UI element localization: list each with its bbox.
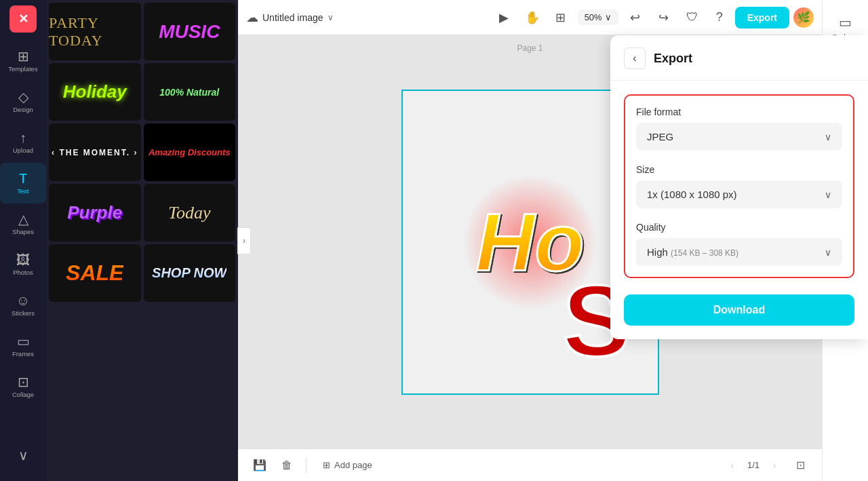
shapes-label: Shapes	[12, 228, 34, 235]
export-header: ‹ Export	[610, 35, 868, 81]
file-format-section: File format JPEG ∨	[636, 107, 842, 151]
sidebar-item-shapes[interactable]: △ Shapes	[0, 204, 46, 244]
collage-label: Collage	[12, 391, 34, 398]
background-icon: ▭	[839, 14, 852, 31]
quality-chevron-icon: ∨	[825, 247, 831, 258]
zoom-value: 50%	[585, 12, 602, 22]
sidebar-item-collage[interactable]: ⊡ Collage	[0, 366, 46, 407]
select-tool-btn[interactable]: ▶	[492, 6, 515, 29]
panel-text-label: Today	[168, 203, 211, 223]
shield-btn[interactable]: 🛡	[681, 6, 704, 29]
layout-btn[interactable]: ⊞	[549, 6, 572, 29]
next-page-btn[interactable]: ›	[765, 456, 784, 475]
panel-text-item[interactable]: MUSIC	[144, 3, 236, 60]
expand-btn[interactable]: ⊡	[789, 455, 811, 476]
delete-btn[interactable]: 🗑	[276, 455, 298, 476]
upload-icon: ↑	[20, 131, 26, 145]
undo-btn[interactable]: ↩	[624, 6, 647, 29]
size-select[interactable]: 1x (1080 x 1080 px) ∨	[636, 180, 842, 208]
file-format-select[interactable]: JPEG ∨	[636, 123, 842, 151]
sidebar-item-stickers[interactable]: ☺ Stickers	[0, 285, 46, 326]
page-nav: ‹ 1/1 ›	[723, 456, 784, 475]
sidebar-item-photos[interactable]: 🖼 Photos	[0, 244, 46, 285]
panel-text-label: PARTY TODAY	[49, 14, 141, 50]
size-label: Size	[636, 164, 842, 175]
app-logo[interactable]: ✕	[9, 5, 37, 33]
file-format-label: File format	[636, 107, 842, 117]
text-label: Text	[17, 187, 28, 195]
panel-text-label: Purple	[67, 202, 122, 223]
templates-label: Templates	[8, 65, 37, 73]
sidebar-item-frames[interactable]: ▭ Frames	[0, 326, 46, 366]
more-icon: ∨	[18, 448, 28, 462]
panel-text-label: SHOP NOW	[152, 265, 226, 281]
cloud-icon: ☁	[246, 10, 258, 25]
zoom-control[interactable]: 50% ∨	[578, 9, 618, 25]
help-btn[interactable]: ?	[708, 6, 731, 29]
quality-hint: (154 KB – 308 KB)	[671, 248, 738, 258]
photos-icon: 🖼	[16, 253, 30, 267]
quality-select[interactable]: High (154 KB – 308 KB) ∨	[636, 238, 842, 266]
stickers-icon: ☺	[16, 294, 30, 307]
page-label: Page 1	[517, 43, 542, 53]
add-page-icon: ⊞	[323, 460, 330, 470]
panel-text-label: Amazing Discounts	[149, 147, 231, 157]
file-chevron-icon[interactable]: ∨	[328, 13, 334, 22]
text-icon: T	[19, 172, 27, 185]
panel-text-item[interactable]: Amazing Discounts	[144, 123, 236, 181]
redo-btn[interactable]: ↪	[652, 6, 675, 29]
avatar: 🌿	[793, 7, 814, 28]
sidebar-item-templates[interactable]: ⊞ Templates	[0, 41, 46, 81]
prev-page-btn[interactable]: ‹	[723, 456, 742, 475]
quality-section: Quality High (154 KB – 308 KB) ∨	[636, 222, 842, 266]
size-section: Size 1x (1080 x 1080 px) ∨	[636, 164, 842, 208]
export-back-btn[interactable]: ‹	[624, 47, 646, 69]
size-chevron-icon: ∨	[825, 189, 831, 200]
hand-tool-btn[interactable]: ✋	[521, 6, 544, 29]
text-panel: PARTY TODAYMUSICHoliday100% Natural‹ THE…	[46, 0, 238, 481]
frames-label: Frames	[12, 350, 34, 358]
file-info: ☁ Untitled image ∨	[246, 10, 334, 25]
export-body: File format JPEG ∨ Size 1x (1080 x 1080 …	[610, 81, 868, 339]
file-name: Untitled image	[262, 12, 323, 23]
sidebar-item-upload[interactable]: ↑ Upload	[0, 122, 46, 163]
sidebar-item-design[interactable]: ◇ Design	[0, 81, 46, 122]
panel-text-label: Holiday	[63, 81, 127, 102]
file-format-value: JPEG	[647, 131, 673, 142]
panel-text-label: SALE	[66, 261, 123, 286]
stickers-label: Stickers	[12, 309, 35, 317]
panel-text-item[interactable]: SALE	[49, 244, 141, 302]
sidebar-bottom: ∨	[0, 435, 46, 476]
panel-text-label: ‹ THE MOMENT. ›	[52, 148, 138, 157]
panel-collapse-btn[interactable]: ›	[237, 227, 251, 254]
panel-text-item[interactable]: Purple	[49, 184, 141, 242]
sidebar-item-text[interactable]: T Text	[0, 163, 46, 204]
panel-text-item[interactable]: Holiday	[49, 63, 141, 121]
panel-text-item[interactable]: ‹ THE MOMENT. ›	[49, 123, 141, 181]
panel-text-item[interactable]: Today	[144, 184, 236, 242]
sidebar: ✕ ⊞ Templates ◇ Design ↑ Upload T Text △…	[0, 0, 46, 481]
design-label: Design	[13, 106, 33, 113]
page-count: 1/1	[747, 460, 760, 470]
export-options-box: File format JPEG ∨ Size 1x (1080 x 1080 …	[624, 94, 854, 278]
panel-text-item[interactable]: 100% Natural	[144, 63, 236, 121]
bottom-bar: 💾 🗑 ⊞ Add page ‹ 1/1 › ⊡	[238, 448, 822, 481]
panel-text-item[interactable]: SHOP NOW	[144, 244, 236, 302]
shapes-icon: △	[18, 212, 28, 226]
toolbar: ☁ Untitled image ∨ ▶ ✋ ⊞ 50% ∨ ↩ ↪ 🛡 ? E…	[238, 0, 822, 35]
download-btn[interactable]: Download	[624, 294, 854, 326]
panel-text-label: MUSIC	[159, 21, 220, 43]
save-btn[interactable]: 💾	[249, 455, 271, 476]
export-title: Export	[654, 52, 692, 66]
photos-label: Photos	[13, 269, 33, 276]
text-panel-grid: PARTY TODAYMUSICHoliday100% Natural‹ THE…	[46, 0, 238, 305]
export-panel: ‹ Export File format JPEG ∨ Size 1x (108…	[610, 35, 868, 339]
export-btn[interactable]: Export	[735, 7, 789, 28]
upload-label: Upload	[13, 147, 33, 154]
add-page-btn[interactable]: ⊞ Add page	[315, 456, 380, 474]
canvas-ho-text: Ho	[476, 195, 585, 289]
panel-text-item[interactable]: PARTY TODAY	[49, 3, 141, 60]
sidebar-item-more[interactable]: ∨	[0, 435, 46, 476]
panel-text-label: 100% Natural	[159, 87, 219, 98]
zoom-chevron-icon: ∨	[605, 12, 612, 22]
